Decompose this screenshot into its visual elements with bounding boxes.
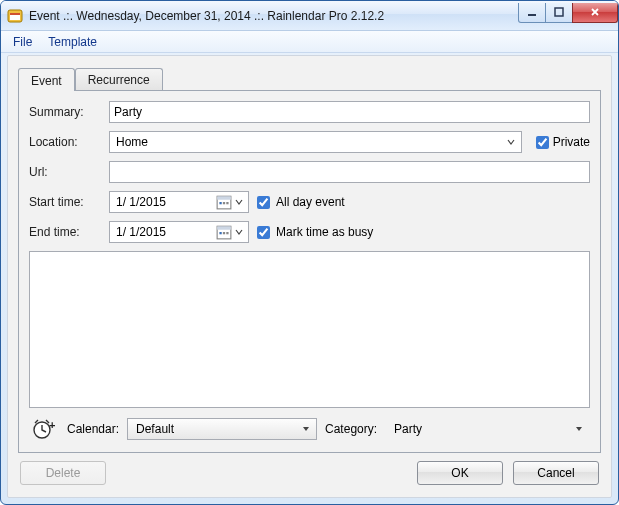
bottom-row: + Calendar: Default Category: Party [29, 416, 590, 442]
end-date-input[interactable]: 1/ 1/2015 [109, 221, 249, 243]
private-group: Private [536, 135, 590, 149]
window-title: Event .:. Wednesday, December 31, 2014 .… [29, 9, 519, 23]
mark-busy-group: Mark time as busy [257, 225, 373, 239]
all-day-group: All day event [257, 195, 345, 209]
calendar-icon [216, 194, 232, 210]
category-value: Party [392, 422, 571, 436]
delete-button[interactable]: Delete [20, 461, 106, 485]
category-combo[interactable]: Party [385, 418, 590, 440]
client-area: Event Recurrence Summary: Location: Home [7, 55, 612, 498]
alarm-button[interactable]: + [29, 416, 59, 442]
menu-file[interactable]: File [5, 33, 40, 51]
summary-input[interactable] [109, 101, 590, 123]
tab-recurrence[interactable]: Recurrence [75, 68, 163, 90]
start-date-value: 1/ 1/2015 [116, 195, 166, 209]
description-textarea[interactable] [29, 251, 590, 408]
svg-rect-3 [528, 14, 536, 16]
svg-rect-2 [10, 13, 20, 15]
calendar-icon [216, 224, 232, 240]
mark-busy-label: Mark time as busy [276, 225, 373, 239]
minimize-button[interactable] [518, 3, 546, 23]
location-row: Location: Home Private [29, 131, 590, 153]
tabs-strip: Event Recurrence [18, 66, 601, 90]
svg-rect-9 [226, 202, 228, 204]
start-time-row: Start time: 1/ 1/2015 All day event [29, 191, 590, 213]
url-row: Url: [29, 161, 590, 183]
tab-event-panel: Summary: Location: Home Private [18, 90, 601, 453]
svg-rect-7 [219, 202, 221, 204]
location-label: Location: [29, 135, 101, 149]
cancel-button[interactable]: Cancel [513, 461, 599, 485]
chevron-down-icon [232, 194, 246, 210]
summary-label: Summary: [29, 105, 101, 119]
svg-rect-6 [217, 196, 231, 199]
dialog-footer: Delete OK Cancel [18, 453, 601, 487]
menu-bar: File Template [1, 31, 618, 53]
calendar-label: Calendar: [67, 422, 119, 436]
start-time-label: Start time: [29, 195, 101, 209]
chevron-down-icon [571, 425, 587, 433]
calendar-combo[interactable]: Default [127, 418, 317, 440]
ok-button[interactable]: OK [417, 461, 503, 485]
location-combo[interactable]: Home [109, 131, 522, 153]
mark-busy-checkbox[interactable] [257, 226, 270, 239]
end-date-value: 1/ 1/2015 [116, 225, 166, 239]
chevron-down-icon [503, 134, 519, 150]
summary-row: Summary: [29, 101, 590, 123]
svg-text:+: + [49, 419, 55, 431]
window-controls [519, 3, 618, 23]
url-input[interactable] [109, 161, 590, 183]
svg-rect-14 [226, 232, 228, 234]
private-checkbox[interactable] [536, 136, 549, 149]
close-button[interactable] [572, 3, 618, 23]
end-time-row: End time: 1/ 1/2015 Mark time as busy [29, 221, 590, 243]
svg-rect-4 [555, 8, 563, 16]
window-frame: Event .:. Wednesday, December 31, 2014 .… [0, 0, 619, 505]
svg-rect-8 [223, 202, 225, 204]
chevron-down-icon [232, 224, 246, 240]
all-day-label: All day event [276, 195, 345, 209]
category-label: Category: [325, 422, 377, 436]
maximize-button[interactable] [545, 3, 573, 23]
titlebar: Event .:. Wednesday, December 31, 2014 .… [1, 1, 618, 31]
app-icon [7, 8, 23, 24]
svg-rect-11 [217, 226, 231, 229]
calendar-value: Default [134, 422, 298, 436]
start-date-input[interactable]: 1/ 1/2015 [109, 191, 249, 213]
tab-event[interactable]: Event [18, 68, 75, 91]
svg-rect-12 [219, 232, 221, 234]
svg-rect-13 [223, 232, 225, 234]
all-day-checkbox[interactable] [257, 196, 270, 209]
private-label: Private [553, 135, 590, 149]
end-time-label: End time: [29, 225, 101, 239]
chevron-down-icon [298, 425, 314, 433]
location-value: Home [114, 135, 503, 149]
url-label: Url: [29, 165, 101, 179]
menu-template[interactable]: Template [40, 33, 105, 51]
